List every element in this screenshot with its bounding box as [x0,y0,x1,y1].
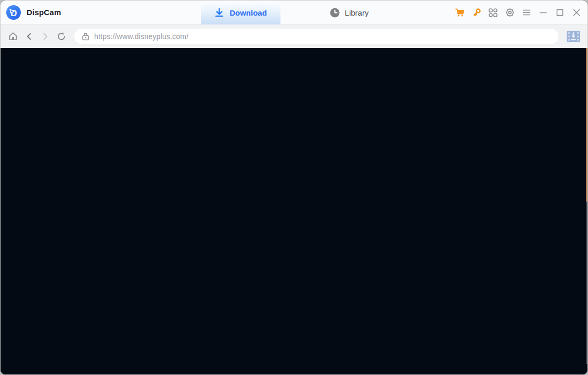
page-scrollbar[interactable] [586,48,587,374]
key-icon [471,7,482,18]
apps-grid-icon [488,8,498,18]
close-icon [572,8,581,17]
filmstrip-download-icon [566,29,581,44]
titlebar: D DispCam Download Library [1,1,587,24]
reload-icon [56,31,67,42]
url-bar[interactable]: https://www.disneyplus.com/ [74,29,558,44]
titlebar-actions [454,1,582,24]
settings-button[interactable] [504,5,516,20]
forward-icon [41,32,50,41]
apps-grid-button[interactable] [487,5,499,20]
maximize-icon [555,8,565,17]
url-text[interactable]: https://www.disneyplus.com/ [94,32,188,41]
tab-download-label: Download [229,8,267,17]
close-button[interactable] [570,5,582,20]
forward-button[interactable] [38,29,52,44]
hamburger-menu-icon [522,8,531,17]
maximize-button[interactable] [554,5,566,20]
tab-library[interactable]: Library [305,1,393,24]
video-download-button[interactable] [566,29,581,44]
lock-icon [82,32,90,41]
menu-button[interactable] [520,5,532,20]
scrollbar-track [586,202,587,364]
back-icon [24,32,34,41]
app-brand: D DispCam [1,5,61,20]
web-content-area[interactable] [1,48,587,374]
back-button[interactable] [22,29,36,44]
dispcam-logo-icon: D [6,5,21,20]
download-arrow-icon [214,8,224,18]
cart-icon [455,7,465,18]
tab-download[interactable]: Download [201,1,280,24]
dispcam-window: D DispCam Download Library [0,0,588,375]
clock-icon [330,8,340,18]
reload-button[interactable] [54,29,68,44]
register-key-button[interactable] [470,5,482,20]
home-icon [8,31,18,42]
home-button[interactable] [6,29,20,44]
scrollbar-thumb[interactable] [586,48,587,202]
minimize-icon [539,8,548,17]
tab-library-label: Library [345,8,369,17]
app-title: DispCam [27,8,61,17]
browser-toolbar: https://www.disneyplus.com/ [1,24,587,48]
minimize-button[interactable] [537,5,549,20]
settings-gear-icon [505,7,515,18]
cart-button[interactable] [454,5,466,20]
